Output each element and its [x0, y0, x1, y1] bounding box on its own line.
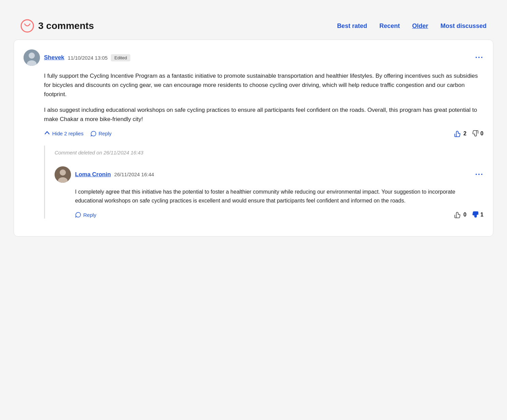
thumbs-up-icon-shevek — [454, 130, 462, 137]
comment-header-shevek: Shevek 11/10/2024 13:05 Edited ··· — [24, 49, 483, 66]
comment-header-loma: Loma Cronin 26/11/2024 16:44 ··· — [55, 166, 483, 183]
comment-body-p2-shevek: I also suggest including educational wor… — [44, 105, 483, 124]
svg-point-5 — [60, 169, 66, 176]
reply-label-loma: Reply — [83, 212, 96, 218]
comment-date-shevek: 11/10/2024 13:05 — [68, 55, 108, 61]
like-btn-shevek[interactable]: 2 — [454, 130, 466, 137]
comment-author-group: Shevek 11/10/2024 13:05 Edited — [24, 49, 130, 66]
reply-label-shevek: Reply — [99, 131, 112, 136]
deleted-comment: Comment deleted on 26/11/2024 16:43 — [55, 146, 483, 160]
reply-btn-shevek[interactable]: Reply — [90, 131, 112, 137]
deleted-comment-text: Comment deleted on 26/11/2024 16:43 — [55, 150, 143, 155]
dislike-count-shevek: 0 — [480, 131, 483, 137]
comment-meta-shevek: Shevek 11/10/2024 13:05 Edited — [44, 54, 130, 61]
comment-author-group-loma: Loma Cronin 26/11/2024 16:44 — [55, 166, 154, 183]
thumbs-down-icon-shevek — [471, 130, 479, 137]
reply-btn-loma[interactable]: Reply — [75, 212, 96, 218]
replies-container-shevek: Comment deleted on 26/11/2024 16:43 — [44, 146, 483, 219]
comment-actions-shevek: Hide 2 replies Reply 2 — [44, 130, 483, 137]
comment-body-shevek: I fully support the Cycling Incentive Pr… — [44, 71, 483, 124]
comment-bubble-icon — [20, 19, 34, 33]
comment-shevek: Shevek 11/10/2024 13:05 Edited ··· I ful… — [24, 49, 483, 219]
like-count-shevek: 2 — [463, 131, 466, 137]
comments-section: Shevek 11/10/2024 13:05 Edited ··· I ful… — [14, 40, 493, 237]
comments-header: 3 comments Best rated Recent Older Most … — [14, 14, 493, 40]
comment-body-text-loma: I completely agree that this initiative … — [75, 188, 483, 205]
reply-icon-shevek — [90, 131, 97, 137]
sort-recent[interactable]: Recent — [379, 22, 400, 30]
thumbs-up-icon-loma — [454, 211, 462, 219]
hide-replies-btn[interactable]: Hide 2 replies — [44, 130, 84, 137]
dislike-btn-shevek[interactable]: 0 — [471, 130, 483, 137]
hide-replies-label: Hide 2 replies — [52, 131, 84, 136]
like-btn-loma[interactable]: 0 — [454, 211, 466, 219]
avatar-shevek — [24, 49, 40, 66]
author-name-shevek[interactable]: Shevek — [44, 54, 64, 61]
author-name-loma[interactable]: Loma Cronin — [75, 171, 111, 178]
reactions-loma: 0 1 — [454, 211, 483, 219]
more-options-shevek[interactable]: ··· — [475, 53, 483, 62]
comment-meta-loma: Loma Cronin 26/11/2024 16:44 — [75, 171, 154, 178]
chevron-up-icon — [44, 130, 50, 137]
sort-nav: Best rated Recent Older Most discussed — [337, 22, 487, 30]
comment-date-loma: 26/11/2024 16:44 — [114, 171, 154, 177]
sort-older[interactable]: Older — [412, 22, 428, 30]
page-title: 3 comments — [38, 20, 94, 31]
reply-icon-loma — [75, 212, 81, 218]
actions-left-shevek: Hide 2 replies Reply — [44, 130, 112, 137]
comments-title-group: 3 comments — [20, 19, 94, 33]
reactions-shevek: 2 0 — [454, 130, 483, 137]
comment-actions-loma: Reply 0 — [75, 211, 483, 219]
sort-most-discussed[interactable]: Most discussed — [440, 22, 487, 30]
edited-badge-shevek: Edited — [111, 54, 130, 61]
actions-left-loma: Reply — [75, 212, 96, 218]
dislike-count-loma: 1 — [480, 212, 483, 218]
svg-point-2 — [29, 52, 35, 59]
more-options-loma[interactable]: ··· — [475, 170, 483, 179]
avatar-loma — [55, 166, 71, 183]
thumbs-down-icon-loma — [471, 211, 479, 219]
dislike-btn-loma[interactable]: 1 — [471, 211, 483, 219]
reply-loma: Loma Cronin 26/11/2024 16:44 ··· I compl… — [55, 166, 483, 219]
comment-body-p1-shevek: I fully support the Cycling Incentive Pr… — [44, 71, 483, 99]
like-count-loma: 0 — [463, 212, 466, 218]
sort-best-rated[interactable]: Best rated — [337, 22, 367, 30]
comment-body-loma: I completely agree that this initiative … — [75, 188, 483, 205]
